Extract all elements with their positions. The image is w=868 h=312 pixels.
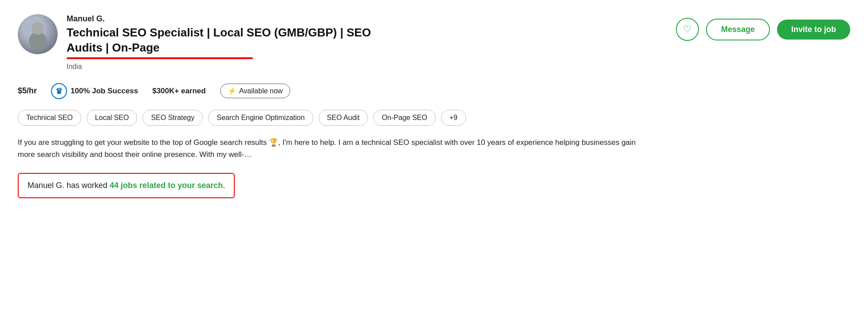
jobs-highlight-box: Manuel G. has worked 44 jobs related to … — [18, 173, 235, 198]
favorite-button[interactable]: ♡ — [676, 18, 699, 41]
skill-tag[interactable]: +9 — [441, 110, 466, 126]
skill-tag[interactable]: Search Engine Optimization — [208, 110, 313, 126]
stats-row: $5/hr ♛ 100% Job Success $300K+ earned ⚡… — [18, 83, 850, 99]
total-earned: $300K+ earned — [152, 87, 206, 96]
bio-text: If you are struggling to get your websit… — [18, 136, 639, 160]
avatar — [18, 14, 58, 54]
profile-actions: ♡ Message Invite to job — [676, 18, 850, 41]
lightning-icon: ⚡ — [228, 87, 237, 95]
skill-tag[interactable]: Local SEO — [87, 110, 137, 126]
heart-icon: ♡ — [683, 24, 692, 35]
jobs-count: 44 jobs related to your search — [110, 181, 223, 190]
invite-button[interactable]: Invite to job — [777, 20, 850, 40]
skill-tag[interactable]: On-Page SEO — [373, 110, 435, 126]
crown-badge: ♛ — [51, 83, 67, 99]
jobs-text-suffix: . — [223, 181, 225, 190]
availability-badge: ⚡ Available now — [220, 84, 290, 98]
hourly-rate: $5/hr — [18, 86, 37, 96]
profile-header: Manuel G. Technical SEO Specialist | Loc… — [18, 14, 850, 71]
skill-tag[interactable]: SEO Audit — [319, 110, 368, 126]
title-underline — [67, 57, 253, 59]
skills-row: Technical SEOLocal SEOSEO StrategySearch… — [18, 110, 850, 126]
profile-left: Manuel G. Technical SEO Specialist | Loc… — [18, 14, 386, 71]
availability-label: Available now — [239, 87, 283, 95]
profile-location: India — [67, 63, 386, 71]
message-button[interactable]: Message — [706, 19, 770, 40]
job-success-badge: ♛ 100% Job Success — [51, 83, 138, 99]
job-success-label: 100% Job Success — [71, 87, 138, 96]
jobs-text-prefix: Manuel G. has worked — [28, 181, 110, 190]
profile-info: Manuel G. Technical SEO Specialist | Loc… — [67, 14, 386, 71]
crown-icon: ♛ — [55, 86, 63, 96]
profile-title: Technical SEO Specialist | Local SEO (GM… — [67, 25, 386, 59]
skill-tag[interactable]: SEO Strategy — [142, 110, 203, 126]
skill-tag[interactable]: Technical SEO — [18, 110, 81, 126]
profile-name: Manuel G. — [67, 14, 386, 24]
